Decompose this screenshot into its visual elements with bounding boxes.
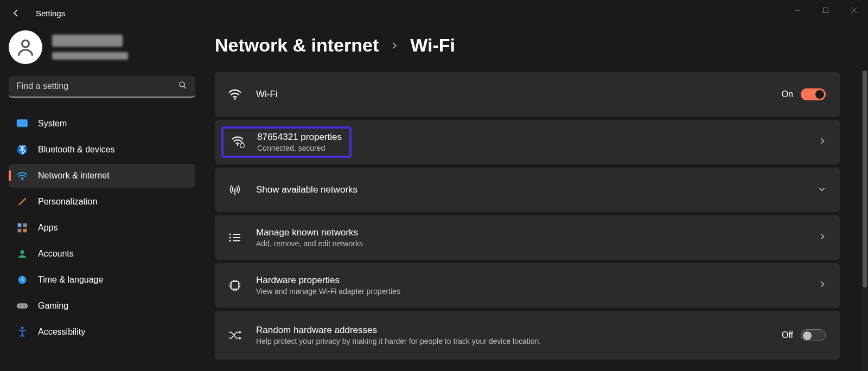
sidebar-item-bluetooth[interactable]: Bluetooth & devices bbox=[9, 138, 195, 162]
wifi-icon bbox=[16, 170, 28, 182]
back-button[interactable] bbox=[11, 8, 22, 18]
svg-rect-7 bbox=[17, 119, 28, 127]
sidebar-item-accounts[interactable]: Accounts bbox=[9, 242, 195, 266]
random-subtitle: Help protect your privacy by making it h… bbox=[256, 337, 541, 346]
hardware-properties-row[interactable]: Hardware properties View and manage Wi-F… bbox=[215, 263, 840, 308]
svg-point-26 bbox=[229, 234, 231, 235]
chevron-right-icon bbox=[819, 280, 826, 290]
svg-rect-14 bbox=[23, 229, 27, 233]
random-hw-toggle[interactable] bbox=[801, 329, 826, 341]
maximize-button[interactable] bbox=[812, 0, 840, 21]
page-title: Wi-Fi bbox=[410, 35, 455, 56]
chip-icon bbox=[228, 278, 242, 292]
sidebar-item-label: Accessibility bbox=[38, 327, 85, 337]
sidebar-item-label: Apps bbox=[38, 223, 58, 233]
wifi-icon bbox=[228, 87, 242, 101]
shuffle-icon bbox=[228, 328, 242, 342]
sidebar-item-time-language[interactable]: Time & language bbox=[9, 268, 195, 292]
sidebar-item-network[interactable]: Network & internet bbox=[9, 164, 195, 188]
minimize-button[interactable] bbox=[783, 0, 812, 21]
random-hw-address-row: Random hardware addresses Help protect y… bbox=[215, 311, 840, 360]
breadcrumb: Network & internet Wi-Fi bbox=[215, 35, 846, 56]
svg-rect-11 bbox=[18, 223, 22, 227]
svg-point-22 bbox=[237, 144, 239, 146]
known-subtitle: Add, remove, and edit networks bbox=[256, 239, 363, 248]
svg-rect-23 bbox=[240, 144, 244, 148]
known-title: Manage known networks bbox=[256, 227, 363, 238]
svg-point-10 bbox=[22, 179, 23, 181]
account-block[interactable] bbox=[9, 30, 206, 64]
search-input[interactable] bbox=[16, 81, 178, 91]
sidebar-item-label: Time & language bbox=[38, 275, 103, 285]
apps-icon bbox=[16, 222, 28, 234]
wifi-properties-row[interactable]: 87654321 properties Connected, secured bbox=[215, 120, 840, 164]
person-icon bbox=[16, 248, 28, 260]
svg-rect-12 bbox=[23, 223, 27, 227]
user-name-redacted bbox=[52, 33, 128, 62]
close-button[interactable] bbox=[840, 0, 868, 21]
wifi-toggle-label: Wi-Fi bbox=[256, 89, 278, 100]
svg-point-19 bbox=[24, 305, 25, 307]
svg-point-30 bbox=[229, 240, 231, 242]
bluetooth-icon bbox=[16, 144, 28, 156]
random-title: Random hardware addresses bbox=[256, 325, 541, 336]
sidebar-item-gaming[interactable]: Gaming bbox=[9, 294, 195, 318]
svg-point-15 bbox=[21, 250, 24, 254]
sidebar-item-accessibility[interactable]: Accessibility bbox=[9, 320, 195, 344]
chevron-right-icon bbox=[819, 137, 826, 147]
svg-point-20 bbox=[21, 327, 24, 329]
svg-point-5 bbox=[180, 82, 184, 87]
annotation-highlight: 87654321 properties Connected, secured bbox=[221, 126, 352, 158]
hardware-subtitle: View and manage Wi-Fi adapter properties bbox=[256, 287, 400, 296]
scrollbar[interactable] bbox=[861, 71, 868, 371]
sidebar-item-label: Accounts bbox=[38, 249, 74, 259]
sidebar-item-label: Network & internet bbox=[38, 171, 110, 181]
svg-rect-32 bbox=[231, 282, 239, 289]
svg-line-6 bbox=[184, 86, 186, 88]
sidebar-item-label: Bluetooth & devices bbox=[38, 145, 114, 155]
svg-point-21 bbox=[234, 98, 235, 99]
gamepad-icon bbox=[16, 300, 28, 312]
available-title: Show available networks bbox=[256, 184, 358, 195]
connected-title: 87654321 properties bbox=[257, 132, 342, 143]
chevron-right-icon bbox=[819, 233, 826, 242]
hardware-title: Hardware properties bbox=[256, 275, 400, 286]
sidebar-item-system[interactable]: System bbox=[9, 112, 195, 136]
system-icon bbox=[16, 118, 28, 130]
sidebar-item-label: System bbox=[38, 119, 67, 129]
window-title: Settings bbox=[36, 9, 65, 18]
clock-icon bbox=[16, 274, 28, 286]
svg-point-4 bbox=[22, 40, 29, 47]
sidebar-item-apps[interactable]: Apps bbox=[9, 216, 195, 240]
svg-rect-17 bbox=[17, 303, 28, 308]
svg-point-28 bbox=[229, 237, 231, 239]
wifi-master-row: Wi-Fi On bbox=[215, 72, 840, 117]
svg-rect-13 bbox=[18, 229, 22, 233]
search-icon bbox=[178, 80, 188, 92]
sidebar-item-personalization[interactable]: Personalization bbox=[9, 190, 195, 214]
accessibility-icon bbox=[16, 326, 28, 338]
wifi-lock-icon bbox=[231, 135, 245, 149]
sidebar-item-label: Personalization bbox=[38, 197, 97, 207]
antenna-icon bbox=[228, 183, 242, 197]
sidebar-item-label: Gaming bbox=[38, 301, 68, 311]
avatar bbox=[9, 30, 42, 64]
wifi-toggle[interactable] bbox=[801, 88, 826, 100]
list-icon bbox=[228, 231, 242, 245]
show-available-networks-row[interactable]: Show available networks bbox=[215, 168, 840, 212]
random-toggle-state: Off bbox=[782, 330, 793, 340]
svg-rect-1 bbox=[824, 8, 828, 13]
search-box[interactable] bbox=[9, 76, 195, 98]
breadcrumb-parent[interactable]: Network & internet bbox=[215, 35, 379, 56]
manage-known-networks-row[interactable]: Manage known networks Add, remove, and e… bbox=[215, 215, 840, 260]
paintbrush-icon bbox=[16, 196, 28, 208]
chevron-down-icon bbox=[818, 185, 826, 195]
connected-subtitle: Connected, secured bbox=[257, 144, 342, 152]
wifi-toggle-state: On bbox=[782, 89, 793, 99]
svg-point-18 bbox=[20, 305, 21, 307]
chevron-right-icon bbox=[391, 39, 398, 53]
